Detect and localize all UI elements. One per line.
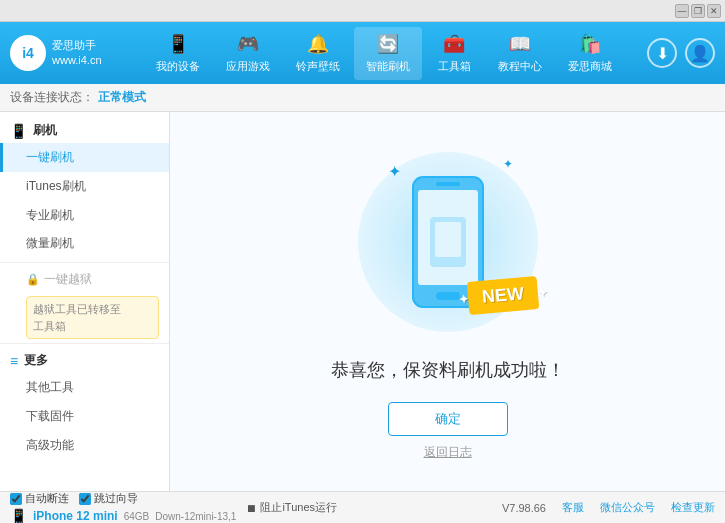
- auto-disconnect-checkbox[interactable]: [10, 493, 22, 505]
- flash-section-icon: 📱: [10, 123, 27, 139]
- account-btn[interactable]: 👤: [685, 38, 715, 68]
- toolbox-icon: 🧰: [443, 33, 465, 55]
- bottom-bar: 自动断连 跳过向导 📱 iPhone 12 mini 64GB Down-12m…: [0, 491, 725, 523]
- logo-symbol: i4: [22, 45, 34, 61]
- bottom-right: V7.98.66 客服 微信公众号 检查更新: [502, 500, 715, 515]
- bottom-left: 自动断连 跳过向导 📱 iPhone 12 mini 64GB Down-12m…: [10, 491, 337, 523]
- svg-rect-3: [436, 182, 460, 186]
- logo-circle: i4: [10, 35, 46, 71]
- title-bar: — ❐ ✕: [0, 0, 725, 22]
- content-area: ✦ ✦ NEW 恭喜您，保资料刷机成功啦！ 确定 返回日志: [170, 112, 725, 491]
- close-btn[interactable]: ✕: [707, 4, 721, 18]
- device-model: Down-12mini-13,1: [155, 511, 236, 522]
- sidebar-note-jailbreak: 越狱工具已转移至 工具箱: [26, 296, 159, 339]
- apple-store-icon: 🛍️: [579, 33, 601, 55]
- nav-ringtones[interactable]: 🔔 铃声壁纸: [284, 27, 352, 80]
- nav-tutorials[interactable]: 📖 教程中心: [486, 27, 554, 80]
- checkbox-auto-disconnect[interactable]: 自动断连: [10, 491, 69, 506]
- minimize-btn[interactable]: —: [675, 4, 689, 18]
- ringtones-icon: 🔔: [307, 33, 329, 55]
- sidebar-divider-1: [0, 262, 169, 263]
- svg-rect-5: [435, 222, 461, 257]
- nav-apple-store[interactable]: 🛍️ 爱思商城: [556, 27, 624, 80]
- sidebar: 📱 刷机 一键刷机 iTunes刷机 专业刷机 微量刷机 🔒 一键越狱 越狱工具…: [0, 112, 170, 491]
- logo[interactable]: i4 爱思助手 www.i4.cn: [10, 35, 102, 71]
- svg-rect-2: [436, 292, 460, 300]
- back-link[interactable]: 返回日志: [424, 444, 472, 461]
- confirm-button[interactable]: 确定: [388, 402, 508, 436]
- check-update-link[interactable]: 检查更新: [671, 500, 715, 515]
- apps-games-icon: 🎮: [237, 33, 259, 55]
- stop-icon: ⏹: [246, 502, 257, 514]
- my-device-icon: 📱: [167, 33, 189, 55]
- sidebar-item-micro-flash[interactable]: 微量刷机: [0, 229, 169, 258]
- device-phone-icon: 📱: [10, 508, 27, 523]
- download-btn[interactable]: ⬇: [647, 38, 677, 68]
- sidebar-locked-jailbreak: 🔒 一键越狱: [0, 267, 169, 292]
- top-nav: i4 爱思助手 www.i4.cn 📱 我的设备 🎮 应用游戏 🔔 铃声壁纸 🔄…: [0, 22, 725, 84]
- success-title: 恭喜您，保资料刷机成功啦！: [331, 358, 565, 382]
- lock-icon: 🔒: [26, 273, 40, 286]
- status-bar: 设备连接状态： 正常模式: [0, 84, 725, 112]
- sidebar-item-other-tools[interactable]: 其他工具: [0, 373, 169, 402]
- version-label: V7.98.66: [502, 502, 546, 514]
- section-header-flash: 📱 刷机: [0, 118, 169, 143]
- sidebar-item-advanced[interactable]: 高级功能: [0, 431, 169, 460]
- restore-btn[interactable]: ❐: [691, 4, 705, 18]
- checkbox-skip-wizard[interactable]: 跳过向导: [79, 491, 138, 506]
- nav-smart-flash[interactable]: 🔄 智能刷机: [354, 27, 422, 80]
- sparkle-tr: ✦: [503, 157, 513, 171]
- tutorials-icon: 📖: [509, 33, 531, 55]
- device-info: 📱 iPhone 12 mini 64GB Down-12mini-13,1: [10, 508, 236, 523]
- sidebar-item-itunes-flash[interactable]: iTunes刷机: [0, 172, 169, 201]
- section-header-more: ≡ 更多: [0, 348, 169, 373]
- wechat-link[interactable]: 微信公众号: [600, 500, 655, 515]
- device-storage: 64GB: [124, 511, 150, 522]
- nav-my-device[interactable]: 📱 我的设备: [144, 27, 212, 80]
- sparkle-tl: ✦: [388, 162, 401, 181]
- main-layout: 📱 刷机 一键刷机 iTunes刷机 专业刷机 微量刷机 🔒 一键越狱 越狱工具…: [0, 112, 725, 491]
- nav-right: ⬇ 👤: [647, 38, 715, 68]
- more-section-icon: ≡: [10, 353, 18, 369]
- nav-apps-games[interactable]: 🎮 应用游戏: [214, 27, 282, 80]
- stop-itunes-btn[interactable]: ⏹ 阻止iTunes运行: [246, 500, 337, 515]
- device-name: iPhone 12 mini: [33, 509, 118, 523]
- logo-text: 爱思助手 www.i4.cn: [52, 38, 102, 69]
- new-badge: NEW: [466, 276, 539, 315]
- service-link[interactable]: 客服: [562, 500, 584, 515]
- sidebar-item-pro-flash[interactable]: 专业刷机: [0, 201, 169, 230]
- phone-illustration: ✦ ✦ NEW: [348, 142, 548, 342]
- skip-wizard-checkbox[interactable]: [79, 493, 91, 505]
- nav-items: 📱 我的设备 🎮 应用游戏 🔔 铃声壁纸 🔄 智能刷机 🧰 工具箱 📖 教程中心…: [122, 27, 647, 80]
- nav-toolbox[interactable]: 🧰 工具箱: [424, 27, 484, 80]
- smart-flash-icon: 🔄: [377, 33, 399, 55]
- sidebar-divider-2: [0, 343, 169, 344]
- sidebar-item-one-key-flash[interactable]: 一键刷机: [0, 143, 169, 172]
- sidebar-item-download-firmware[interactable]: 下载固件: [0, 402, 169, 431]
